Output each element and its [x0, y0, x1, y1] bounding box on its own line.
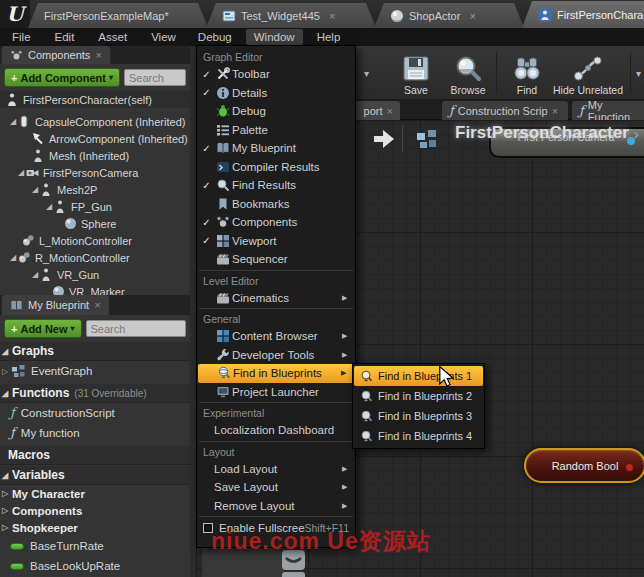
browse-button[interactable]: Browse: [442, 50, 494, 96]
tab-test-widget[interactable]: Test_Widget445 ×: [206, 3, 376, 28]
eventgraph-item[interactable]: ▷ EventGraph: [0, 361, 190, 381]
random-bool-output-pin[interactable]: [625, 463, 634, 472]
tab-shopactor[interactable]: ShopActor ×: [374, 3, 524, 28]
menu-item-find-in-blueprints[interactable]: Find in Blueprints ▶: [198, 364, 354, 383]
section-macros[interactable]: Macros: [0, 446, 190, 465]
menu-item-compiler-results[interactable]: Compiler Results: [197, 158, 355, 177]
forward-arrow-icon[interactable]: [372, 126, 396, 152]
expander-icon[interactable]: ◢: [16, 168, 26, 177]
expander-icon[interactable]: ◢: [2, 347, 12, 356]
tree-row[interactable]: ◢ FirstPersonCamera: [0, 164, 190, 181]
menu-item-save-layout[interactable]: Save Layout ▶: [197, 478, 355, 497]
menu-help[interactable]: Help: [309, 29, 349, 45]
menu-item-project-launcher[interactable]: Project Launcher: [197, 383, 355, 402]
expander-icon[interactable]: ▷: [2, 367, 12, 376]
tab-firstpersoncharacter[interactable]: FirstPersonCharacter: [522, 1, 644, 28]
close-icon[interactable]: ×: [95, 49, 101, 61]
doc-tab-my-function[interactable]: ƒ My Function: [572, 101, 644, 120]
menu-item-load-layout[interactable]: Load Layout ▶: [197, 460, 355, 479]
menu-item-debug[interactable]: Debug: [197, 102, 355, 121]
variable-category[interactable]: ▷ Shopkeeper: [0, 519, 190, 536]
tree-row[interactable]: ◢ FP_Gun: [0, 198, 190, 215]
menu-edit[interactable]: Edit: [47, 29, 83, 45]
menu-item-developer-tools[interactable]: Developer Tools ▶: [197, 346, 355, 365]
doc-tab-construction-script[interactable]: ƒ Construction Scrip ×: [442, 101, 568, 120]
section-variables[interactable]: ◢ Variables: [0, 466, 190, 485]
variable-row[interactable]: BaseTurnRate: [0, 536, 190, 556]
close-icon[interactable]: ×: [94, 299, 100, 311]
random-bool-node[interactable]: Random Bool: [524, 448, 644, 483]
menu-item-content-browser[interactable]: Content Browser ▶: [197, 327, 355, 346]
menu-item-my-blueprint[interactable]: ✓ My Blueprint: [197, 139, 355, 158]
menu-item-sequencer[interactable]: Sequencer: [197, 250, 355, 269]
expander-icon[interactable]: ◢: [30, 270, 40, 279]
menu-item-viewport[interactable]: ✓ Viewport: [197, 232, 355, 251]
menu-item-remove-layout[interactable]: Remove Layout ▶: [197, 497, 355, 516]
expander-icon[interactable]: ◢: [8, 253, 18, 262]
chevron-down-icon[interactable]: ▾: [636, 68, 641, 79]
expander-icon[interactable]: ◢: [8, 117, 18, 126]
tree-row[interactable]: FirstPersonCharacter(self): [0, 91, 190, 108]
menu-item-details[interactable]: ✓ Details: [197, 84, 355, 103]
add-component-button[interactable]: + Add Component ▾: [4, 68, 120, 87]
tab-firstpersonexamplemap[interactable]: FirstPersonExampleMap*: [28, 3, 208, 28]
find-in-blueprints-icon: [360, 390, 373, 403]
menu-window[interactable]: Window: [246, 29, 303, 45]
find-button[interactable]: Find: [504, 50, 550, 96]
construction-script-item[interactable]: ƒ ConstructionScript: [0, 403, 190, 423]
expander-icon[interactable]: ▷: [2, 506, 12, 515]
menu-item-toolbar[interactable]: ✓ Toolbar: [197, 65, 355, 84]
tree-row-label: L_MotionController: [39, 235, 132, 247]
close-icon[interactable]: ×: [387, 105, 393, 117]
close-icon[interactable]: ×: [552, 105, 558, 117]
submenu-item-find-4[interactable]: Find in Blueprints 4: [354, 426, 483, 446]
expander-icon[interactable]: ◢: [30, 185, 40, 194]
function-icon: ƒ: [579, 106, 584, 116]
menu-file[interactable]: File: [4, 29, 39, 45]
close-icon[interactable]: ×: [469, 10, 475, 22]
chevron-down-icon[interactable]: ▾: [364, 68, 369, 79]
tree-row[interactable]: ◢ Mesh2P: [0, 181, 190, 198]
section-functions[interactable]: ◢ Functions (31 Overridable): [0, 384, 190, 403]
components-panel-tab[interactable]: Components ×: [2, 46, 110, 64]
menu-item-label: Developer Tools: [232, 349, 342, 361]
tree-row[interactable]: Mesh (Inherited): [0, 147, 190, 164]
my-blueprint-search-input[interactable]: [86, 320, 186, 337]
variable-category[interactable]: ▷ My Character: [0, 485, 190, 502]
section-graphs[interactable]: ◢ Graphs: [0, 342, 190, 361]
components-search-input[interactable]: [124, 69, 186, 86]
menu-item-palette[interactable]: Palette: [197, 121, 355, 140]
menu-item-find-results[interactable]: ✓ Find Results: [197, 176, 355, 195]
hide-unrelated-button[interactable]: Hide Unrelated: [548, 50, 628, 96]
menu-item-components[interactable]: ✓ Components: [197, 213, 355, 232]
menu-asset[interactable]: Asset: [90, 29, 135, 45]
add-new-button[interactable]: + Add New ▾: [4, 319, 82, 338]
menu-debug[interactable]: Debug: [190, 29, 240, 45]
submenu-item-find-1[interactable]: Find in Blueprints 1: [354, 366, 483, 386]
my-blueprint-panel-tab[interactable]: My Blueprint ×: [2, 295, 109, 315]
menu-item-localization-dashboard[interactable]: Localization Dashboard: [197, 421, 355, 440]
tree-row[interactable]: L_MotionController: [0, 232, 190, 249]
expander-icon[interactable]: ◢: [2, 471, 12, 480]
tree-row[interactable]: ◢ CapsuleComponent (Inherited): [0, 113, 190, 130]
expander-icon[interactable]: ◢: [2, 389, 12, 398]
expander-icon[interactable]: ▷: [2, 523, 12, 532]
save-button[interactable]: Save: [392, 50, 440, 96]
menu-item-bookmarks[interactable]: Bookmarks: [197, 195, 355, 214]
tree-row[interactable]: ◢ R_MotionController: [0, 249, 190, 266]
breadcrumb-root[interactable]: FirstPersonCharacter: [455, 123, 629, 143]
tree-row[interactable]: ArrowComponent (Inherited): [0, 130, 190, 147]
expander-icon[interactable]: ▷: [2, 489, 12, 498]
submenu-item-find-2[interactable]: Find in Blueprints 2: [354, 386, 483, 406]
menu-view[interactable]: View: [143, 29, 184, 45]
expander-icon[interactable]: ◢: [44, 202, 54, 211]
menu-item-cinematics[interactable]: Cinematics ▶: [197, 289, 355, 308]
variable-category[interactable]: ▷ Components: [0, 502, 190, 519]
variable-row[interactable]: BaseLookUpRate: [0, 556, 190, 576]
tree-row[interactable]: Sphere: [0, 215, 190, 232]
tree-row[interactable]: ◢ VR_Gun: [0, 266, 190, 283]
panel-title: Components: [28, 49, 90, 61]
close-icon[interactable]: ×: [329, 10, 335, 22]
submenu-item-find-3[interactable]: Find in Blueprints 3: [354, 406, 483, 426]
my-function-item[interactable]: ƒ My function: [0, 423, 190, 443]
